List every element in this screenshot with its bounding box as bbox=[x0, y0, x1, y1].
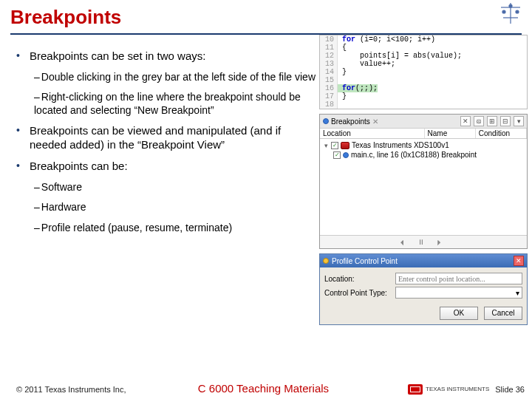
menu-button[interactable]: ▾ bbox=[514, 116, 524, 126]
location-label: Location: bbox=[324, 275, 391, 283]
tree-twisty-icon[interactable]: ▾ bbox=[323, 142, 329, 149]
close-tab-icon[interactable]: ✕ bbox=[372, 117, 378, 126]
line-number: 12 bbox=[320, 52, 338, 60]
col-name[interactable]: Name bbox=[425, 129, 476, 138]
status-bar: ⏴ ⏸ ⏵ bbox=[320, 235, 527, 248]
body-text: • Breakpoints can be set in two ways: –D… bbox=[0, 35, 319, 325]
bullet-3-sub-1: Software bbox=[41, 181, 82, 193]
type-label: Control Point Type: bbox=[324, 289, 391, 297]
dialog-title: Profile Control Point bbox=[332, 257, 398, 265]
code-line bbox=[338, 100, 342, 109]
breakpoints-view: Breakpoints ✕ ✕ ⦻ ⊞ ⊟ ▾ Location Name Co… bbox=[319, 114, 528, 249]
ok-button[interactable]: OK bbox=[440, 307, 478, 320]
chevron-down-icon: ▾ bbox=[516, 289, 519, 297]
bullet-1: Breakpoints can be set in two ways: bbox=[30, 50, 205, 64]
svg-point-0 bbox=[509, 4, 512, 7]
collapse-button[interactable]: ⊟ bbox=[500, 116, 511, 126]
type-select[interactable]: ▾ bbox=[395, 287, 522, 299]
code-line: (;;); bbox=[355, 84, 378, 92]
code-line: (i=0; i<100; i++) bbox=[355, 35, 435, 44]
ti-logo-text: TEXAS INSTRUMENTS bbox=[426, 386, 489, 392]
remove-breakpoint-button[interactable]: ✕ bbox=[460, 116, 471, 126]
ti-chip-icon bbox=[408, 384, 423, 395]
bullet-3-sub-2: Hardware bbox=[41, 201, 86, 213]
bullet-3-sub-3: Profile related (pause, resume, terminat… bbox=[41, 222, 232, 233]
tab-label: Breakpoints bbox=[331, 117, 370, 126]
bullet-icon: • bbox=[16, 160, 30, 174]
code-line bbox=[338, 76, 342, 84]
bullet-icon: • bbox=[16, 124, 30, 152]
col-location[interactable]: Location bbox=[320, 129, 425, 138]
cancel-button[interactable]: Cancel bbox=[484, 307, 522, 320]
chip-icon bbox=[341, 142, 349, 149]
ti-logo: TEXAS INSTRUMENTS bbox=[408, 384, 489, 395]
line-number: 17 bbox=[320, 92, 338, 100]
location-input[interactable] bbox=[395, 273, 522, 284]
group-label: Texas Instruments XDS100v1 bbox=[352, 141, 449, 149]
code-line: value++; bbox=[338, 60, 395, 68]
code-line: points[i] = abs(value); bbox=[338, 52, 462, 60]
tab-breakpoints[interactable]: Breakpoints ✕ bbox=[323, 117, 378, 126]
corner-ornament bbox=[494, 1, 528, 28]
line-number: 13 bbox=[320, 60, 338, 68]
checkbox[interactable]: ✓ bbox=[333, 151, 341, 159]
slide-title: Breakpoints bbox=[0, 0, 532, 32]
tree-group-row[interactable]: ▾ ✓ Texas Instruments XDS100v1 bbox=[323, 140, 524, 150]
line-number: 11 bbox=[320, 44, 338, 52]
bullet-1-sub-1: Double clicking in the grey bar at the l… bbox=[41, 71, 316, 83]
line-number: 18 bbox=[320, 100, 338, 109]
line-number: 15 bbox=[320, 76, 338, 84]
teaching-materials-label: C 6000 Teaching Materials bbox=[198, 382, 329, 395]
profile-control-dialog: Profile Control Point ✕ Location: Contro… bbox=[319, 253, 528, 325]
copyright: © 2011 Texas Instruments Inc, bbox=[0, 385, 126, 394]
dialog-icon bbox=[323, 258, 329, 264]
line-number: 14 bbox=[320, 68, 338, 76]
table-header: Location Name Condition bbox=[320, 129, 527, 139]
breakpoint-icon bbox=[323, 118, 329, 124]
bullet-icon: • bbox=[16, 50, 30, 64]
tree-breakpoint-row[interactable]: ✓ main.c, line 16 (0x1C8188) Breakpoint bbox=[323, 150, 524, 160]
checkbox[interactable]: ✓ bbox=[331, 142, 338, 149]
col-condition[interactable]: Condition bbox=[476, 129, 527, 138]
bullet-2: Breakpoints can be viewed and manipulate… bbox=[30, 124, 316, 152]
bullet-1-sub-2: Right-clicking on the line where the bre… bbox=[34, 91, 301, 116]
code-editor: 10for (i=0; i<100; i++) 11{ 12 points[i]… bbox=[319, 35, 528, 109]
svg-point-1 bbox=[502, 10, 505, 13]
code-line: { bbox=[338, 44, 347, 52]
bullet-3: Breakpoints can be: bbox=[30, 160, 128, 174]
line-number: 10 bbox=[320, 35, 338, 44]
code-line: } bbox=[338, 92, 347, 100]
expand-button[interactable]: ⊞ bbox=[487, 116, 497, 126]
close-icon[interactable]: ✕ bbox=[514, 256, 524, 266]
remove-all-button[interactable]: ⦻ bbox=[474, 116, 484, 126]
line-number: 16 bbox=[320, 84, 338, 92]
code-line: } bbox=[338, 68, 347, 76]
breakpoint-label: main.c, line 16 (0x1C8188) Breakpoint bbox=[351, 151, 477, 159]
svg-point-2 bbox=[516, 10, 519, 13]
breakpoint-icon bbox=[343, 152, 349, 158]
slide-number: Slide 36 bbox=[495, 385, 532, 394]
